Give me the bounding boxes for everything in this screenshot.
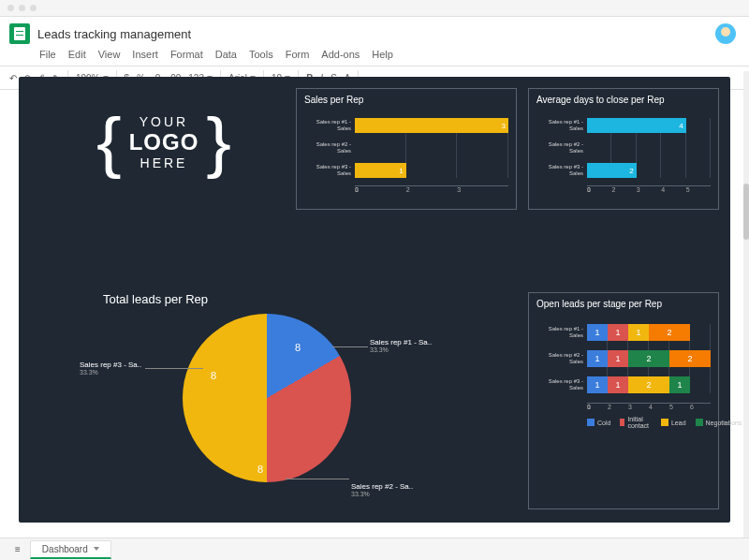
stacked-row: Sales rep #2 - Sales1122 bbox=[536, 350, 711, 367]
logo-line3: HERE bbox=[129, 155, 199, 170]
pie-label: Sales rep #1 - Sa..33.3% bbox=[370, 338, 432, 353]
menu-form[interactable]: Form bbox=[286, 49, 310, 60]
bar: 4 bbox=[587, 118, 686, 133]
bar-row: Sales rep #2 - Sales bbox=[536, 140, 711, 155]
bar-label: Sales rep #1 - Sales bbox=[536, 326, 587, 338]
menu-file[interactable]: File bbox=[39, 49, 56, 60]
sheet-tab-dashboard[interactable]: Dashboard bbox=[30, 540, 111, 559]
bar-segment: 1 bbox=[587, 324, 608, 341]
legend-label: Initial contact bbox=[627, 416, 652, 429]
bar-segment: 2 bbox=[649, 324, 690, 341]
logo-line1: YOUR bbox=[129, 114, 199, 129]
chart-title: Total leads per Rep bbox=[103, 292, 515, 306]
bar-row: Sales rep #1 - Sales3 bbox=[304, 118, 508, 133]
axis-tick: 3 bbox=[637, 186, 661, 193]
axis-tick: 5 bbox=[669, 404, 690, 410]
pie-value: 8 bbox=[295, 342, 301, 353]
menu-data[interactable]: Data bbox=[215, 49, 237, 60]
bar-row: Sales rep #3 - Sales1 bbox=[304, 163, 508, 178]
legend-swatch bbox=[696, 419, 703, 426]
chart-total-leads[interactable]: Total leads per Rep 8Sales rep #1 - Sa..… bbox=[47, 292, 515, 482]
bar-row: Sales rep #1 - Sales4 bbox=[536, 118, 711, 133]
bar-label: Sales rep #2 - Sales bbox=[536, 141, 587, 154]
bar-segment: 2 bbox=[628, 376, 669, 393]
sheets-icon[interactable] bbox=[9, 23, 30, 44]
bar-segment: 1 bbox=[587, 376, 608, 393]
bar-label: Sales rep #3 - Sales bbox=[536, 164, 587, 176]
chart-sales-per-rep[interactable]: Sales per Rep Sales rep #1 - Sales3Sales… bbox=[296, 88, 517, 210]
bar-row: Sales rep #2 - Sales bbox=[304, 140, 508, 155]
chart-title: Average days to close per Rep bbox=[529, 89, 718, 107]
menu-format[interactable]: Format bbox=[170, 49, 203, 60]
legend-label: Lead bbox=[671, 420, 686, 426]
legend-item: Lead bbox=[661, 416, 686, 429]
chart-title: Sales per Rep bbox=[297, 89, 516, 107]
window-dot bbox=[19, 5, 25, 11]
legend-label: Cold bbox=[597, 420, 610, 426]
bar: 1 bbox=[355, 163, 406, 178]
legend-swatch bbox=[620, 419, 624, 426]
axis-tick: 2 bbox=[611, 186, 636, 193]
bar-label: Sales rep #3 - Sales bbox=[304, 164, 355, 176]
axis-tick: 4 bbox=[649, 404, 669, 410]
bar-segment: 1 bbox=[628, 324, 649, 341]
dashboard-background: { YOUR LOGO HERE } Sales per Rep Sales r… bbox=[19, 77, 730, 523]
sheet-tabs-bar: ≡ Dashboard bbox=[0, 538, 749, 560]
axis-tick: 2 bbox=[608, 404, 628, 410]
leader-line bbox=[286, 479, 349, 479]
legend-item: Negotiations bbox=[696, 416, 742, 429]
chart-avg-days-close[interactable]: Average days to close per Rep Sales rep … bbox=[528, 88, 719, 210]
title-bar: Leads tracking management bbox=[0, 17, 749, 45]
bar-segment: 2 bbox=[628, 350, 669, 367]
logo-line2: LOGO bbox=[129, 129, 199, 155]
bar-segment: 2 bbox=[669, 350, 711, 367]
sheet-tab-label: Dashboard bbox=[42, 544, 88, 554]
menu-help[interactable]: Help bbox=[372, 49, 393, 60]
pie-label: Sales rep #2 - Sa..33.3% bbox=[351, 482, 413, 497]
bar-segment: 1 bbox=[587, 350, 608, 367]
legend-item: Cold bbox=[587, 416, 610, 429]
menu-edit[interactable]: Edit bbox=[68, 49, 86, 60]
undo-button[interactable]: ↶ bbox=[9, 73, 17, 83]
axis-tick: 6 bbox=[690, 404, 711, 410]
legend-swatch bbox=[661, 419, 668, 426]
window-dot bbox=[7, 5, 14, 11]
menu-addons[interactable]: Add-ons bbox=[321, 49, 360, 60]
pie-value: 8 bbox=[211, 370, 216, 381]
bar: 3 bbox=[355, 118, 508, 133]
logo-placeholder: { YOUR LOGO HERE } bbox=[56, 114, 272, 170]
legend-label: Negotiations bbox=[706, 420, 742, 426]
chart-open-leads-stage[interactable]: Open leads per stage per Rep Sales rep #… bbox=[528, 292, 719, 509]
menu-view[interactable]: View bbox=[98, 49, 121, 60]
browser-chrome bbox=[0, 0, 749, 17]
menu-bar: File Edit View Insert Format Data Tools … bbox=[0, 45, 749, 66]
bar-segment: 1 bbox=[608, 350, 628, 367]
menu-insert[interactable]: Insert bbox=[132, 49, 158, 60]
axis-tick: 1 bbox=[587, 404, 608, 410]
bar-segment: 1 bbox=[608, 376, 628, 393]
axis-tick: 3 bbox=[457, 186, 508, 193]
stacked-row: Sales rep #3 - Sales1121 bbox=[536, 376, 711, 393]
vertical-scrollbar[interactable] bbox=[743, 71, 749, 538]
all-sheets-button[interactable]: ≡ bbox=[15, 544, 21, 554]
canvas[interactable]: { YOUR LOGO HERE } Sales per Rep Sales r… bbox=[19, 71, 743, 538]
brace-right-icon: } bbox=[206, 122, 231, 162]
bar-label: Sales rep #3 - Sales bbox=[536, 378, 587, 391]
bar: 2 bbox=[587, 163, 637, 178]
axis-tick: 4 bbox=[661, 186, 685, 193]
document-title[interactable]: Leads tracking management bbox=[37, 27, 191, 41]
bar-label: Sales rep #2 - Sales bbox=[536, 352, 587, 364]
bar-segment: 1 bbox=[669, 376, 690, 393]
window-dot bbox=[30, 5, 37, 11]
axis-tick: 3 bbox=[628, 404, 649, 410]
menu-tools[interactable]: Tools bbox=[249, 49, 273, 60]
avatar[interactable] bbox=[715, 23, 736, 44]
axis-tick: 1 bbox=[355, 186, 406, 193]
chevron-down-icon[interactable] bbox=[94, 547, 99, 551]
stacked-row: Sales rep #1 - Sales1112 bbox=[536, 324, 711, 341]
bar-label: Sales rep #1 - Sales bbox=[536, 119, 587, 131]
leader-line bbox=[332, 346, 368, 347]
bar-label: Sales rep #1 - Sales bbox=[304, 119, 355, 131]
axis-tick: 1 bbox=[587, 186, 611, 193]
axis-tick: 2 bbox=[406, 186, 458, 193]
